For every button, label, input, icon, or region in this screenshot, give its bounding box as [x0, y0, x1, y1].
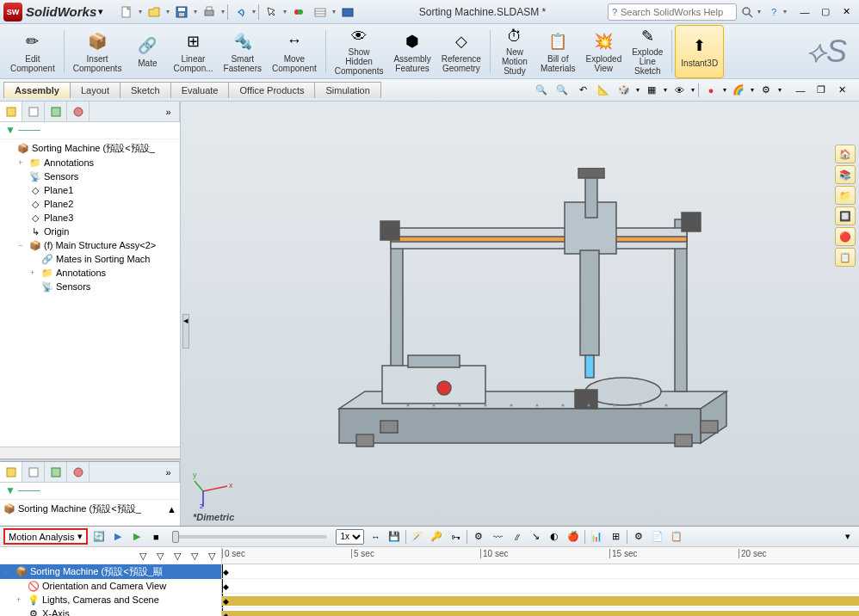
config-mgr-tab[interactable] — [45, 102, 67, 121]
filter-anim-icon[interactable]: ▽ — [152, 549, 168, 563]
damper-button[interactable]: ⫽ — [509, 530, 524, 544]
search-button[interactable] — [738, 3, 757, 21]
options-button[interactable] — [311, 3, 330, 21]
motor-button[interactable]: ⚙ — [471, 530, 486, 544]
appearance-tab-2[interactable] — [67, 462, 90, 482]
feature-tree-tab-2[interactable] — [0, 462, 22, 482]
tree-item[interactable]: ◇Plane1 — [2, 183, 178, 197]
spring-button[interactable]: 〰 — [490, 530, 505, 544]
sim-props-button[interactable]: 📋 — [669, 530, 684, 544]
tree-item[interactable]: 🔗Mates in Sorting Mach — [2, 252, 178, 266]
rebuild-button[interactable] — [289, 3, 308, 21]
help-button[interactable]: ? — [764, 3, 783, 21]
zoom-fit-icon[interactable]: 🔍 — [533, 83, 550, 98]
appearances-tab-icon[interactable]: 🔴 — [835, 227, 856, 246]
tree-item[interactable]: 📡Sensors — [2, 280, 178, 293]
appearance-tab[interactable] — [67, 102, 90, 121]
search-box[interactable]: ? — [608, 3, 737, 21]
custom-props-tab-icon[interactable]: 📋 — [835, 248, 856, 267]
maximize-button[interactable]: ▢ — [816, 3, 835, 21]
motion-type-dropdown[interactable]: Motion Analysis ▾ — [3, 528, 88, 545]
timeline-row[interactable]: ◆ — [222, 608, 859, 616]
close-button[interactable]: ✕ — [837, 3, 856, 21]
filter-row[interactable]: ▼ ─── — [0, 122, 180, 139]
tree-item[interactable]: ◇Plane3 — [2, 211, 178, 225]
calculate-button[interactable]: 🔄 — [91, 530, 107, 544]
collapse-motion-button[interactable]: ▾ — [840, 530, 856, 544]
playback-speed-dropdown[interactable]: 1x — [336, 529, 364, 545]
animation-wizard-button[interactable]: 🪄 — [410, 530, 425, 544]
tab-evaluate[interactable]: Evaluate — [170, 82, 230, 98]
tree-hscroll[interactable] — [0, 447, 180, 459]
panel-collapse-handle[interactable]: ◂ — [182, 314, 189, 348]
ribbon-asm-feat-button[interactable]: ⬢AssemblyFeatures — [388, 26, 436, 77]
screen-capture-button[interactable] — [338, 3, 357, 21]
motion-props-button[interactable]: ⚙ — [631, 530, 646, 544]
tab-office-products[interactable]: Office Products — [228, 82, 315, 98]
feature-tree-tab[interactable] — [0, 102, 22, 121]
timeline-row[interactable]: ◆ — [222, 564, 859, 579]
doc-restore-button[interactable]: ❐ — [813, 83, 830, 98]
force-button[interactable]: ↘ — [528, 530, 543, 544]
search-input[interactable] — [621, 7, 732, 17]
filter-driving-icon[interactable]: ▽ — [170, 549, 185, 563]
results-button[interactable]: 📊 — [589, 530, 604, 544]
sim-setup-button[interactable]: 📄 — [650, 530, 665, 544]
hide-show-icon[interactable]: 👁 — [671, 83, 688, 98]
ribbon-bom-button[interactable]: 📋Bill ofMaterials — [535, 26, 581, 77]
design-lib-tab-icon[interactable]: 📚 — [835, 165, 856, 184]
select-button[interactable] — [262, 3, 281, 21]
print-button[interactable] — [200, 3, 219, 21]
tree-item[interactable]: 📦Sorting Machine (預設<預設_ — [2, 141, 178, 156]
ribbon-fastener-button[interactable]: 🔩SmartFasteners — [219, 26, 267, 77]
contact-button[interactable]: ◐ — [547, 530, 562, 544]
ribbon-instant3d-button[interactable]: ⬆Instant3D — [676, 26, 723, 77]
tab-sketch[interactable]: Sketch — [120, 82, 171, 98]
event-trigger-button[interactable]: ⊞ — [608, 530, 623, 544]
doc-close-button[interactable]: ✕ — [833, 83, 850, 98]
resources-tab-icon[interactable]: 🏠 — [835, 145, 856, 163]
tree-item[interactable]: 📡Sensors — [2, 169, 178, 183]
tree-item[interactable]: 📦 Sorting Machine (預設<預設_ ▲ — [2, 502, 178, 516]
open-doc-button[interactable] — [145, 3, 164, 21]
expander-icon[interactable]: + — [30, 268, 39, 277]
tab-simulation[interactable]: Simulation — [314, 82, 380, 98]
ribbon-show-hidden-button[interactable]: 👁ShowHiddenComponents — [330, 26, 389, 77]
appearance-icon[interactable]: ● — [702, 83, 720, 98]
keyframe-icon[interactable]: ◆ — [222, 579, 229, 594]
scene-icon[interactable]: 🌈 — [730, 83, 747, 98]
property-mgr-tab[interactable] — [22, 102, 45, 121]
tree-item[interactable]: +📁Annotations — [2, 156, 178, 169]
autokey-button[interactable]: 🔑 — [429, 530, 444, 544]
property-mgr-tab-2[interactable] — [22, 462, 45, 482]
timeline-bar[interactable] — [222, 596, 859, 606]
tree-item[interactable]: 🚫Orientation and Camera View — [0, 579, 221, 593]
tree-item[interactable]: −📦(f) Main Structure Assy<2> — [2, 238, 178, 252]
file-explorer-tab-icon[interactable]: 📁 — [835, 186, 856, 205]
playback-slider[interactable] — [172, 530, 327, 544]
panel-expand-button[interactable]: » — [158, 102, 180, 121]
filter-results-icon[interactable]: ▽ — [204, 549, 219, 563]
gravity-button[interactable]: 🍎 — [565, 530, 581, 544]
viewport[interactable]: xzy *Dimetric 🏠 📚 📁 🔲 🔴 📋 ◂ — [181, 102, 859, 526]
new-doc-button[interactable] — [117, 3, 136, 21]
expander-icon[interactable]: − — [4, 568, 13, 576]
tree-item[interactable]: ◇Plane2 — [2, 197, 178, 211]
tree-item[interactable]: +📁Annotations — [2, 266, 178, 280]
ribbon-ref-geom-button[interactable]: ◇ReferenceGeometry — [436, 26, 486, 77]
ribbon-move-button[interactable]: ↔MoveComponent — [267, 26, 322, 77]
tree-item[interactable]: ↳Origin — [2, 225, 178, 238]
view-settings-icon[interactable]: ⚙ — [757, 83, 775, 98]
save-animation-button[interactable]: 💾 — [386, 530, 402, 544]
expander-icon[interactable]: + — [18, 158, 27, 167]
view-palette-tab-icon[interactable]: 🔲 — [835, 206, 856, 225]
timeline-bar[interactable] — [222, 611, 859, 616]
ribbon-insert-comp-button[interactable]: 📦InsertComponents — [68, 26, 127, 77]
reverse-play-button[interactable]: ↔ — [368, 530, 383, 544]
play-button[interactable]: ▶ — [129, 530, 145, 544]
motion-timeline[interactable]: 0 sec5 sec10 sec15 sec20 sec ◆◆◆◆◆◆◆ — [222, 547, 859, 616]
config-mgr-tab-2[interactable] — [45, 462, 67, 482]
filter-row-2[interactable]: ▼ ─── — [0, 483, 180, 500]
tree-item[interactable]: ⚙X-Axis — [0, 607, 221, 616]
save-button[interactable] — [172, 3, 191, 21]
